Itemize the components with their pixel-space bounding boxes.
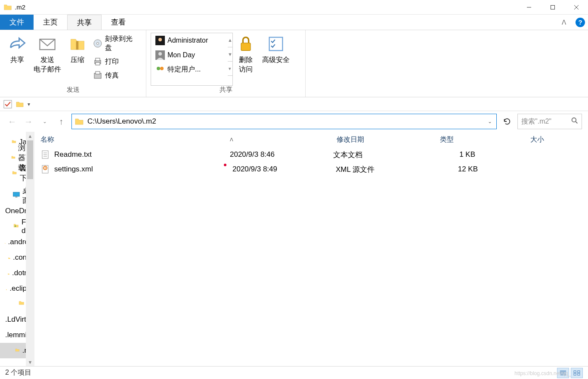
svg-rect-12 xyxy=(96,71,100,74)
folder-icon xyxy=(3,3,12,12)
file-name: Readme.txt xyxy=(54,150,92,159)
nav-tree[interactable]: Java浏览器下载音乐下载桌面OneDriveFri day.android.c… xyxy=(0,132,34,367)
quick-access-dropdown[interactable]: ▾ xyxy=(28,101,30,107)
burn-disc-button[interactable]: 刻录到光盘 xyxy=(90,34,142,53)
address-bar-row: ← → ⌄ ↑ C:\Users\Lenovo\.m2 ⌄ 搜索".m2" xyxy=(0,111,588,132)
folder-icon xyxy=(15,346,20,355)
xml-icon xyxy=(40,165,50,174)
svg-point-22 xyxy=(572,118,576,122)
close-button[interactable] xyxy=(564,0,588,15)
user-icon xyxy=(13,222,19,231)
folder-icon xyxy=(11,153,15,162)
file-date: 2020/9/3 8:49 xyxy=(232,165,336,174)
advanced-security-button[interactable]: 高级安全 xyxy=(259,33,293,86)
search-icon xyxy=(571,117,578,126)
address-path[interactable]: C:\Users\Lenovo\.m2 xyxy=(87,117,483,126)
folder-icon xyxy=(12,137,16,147)
share-button[interactable]: 共享 xyxy=(4,33,30,86)
nav-recent-button[interactable]: ⌄ xyxy=(39,115,51,127)
fax-button[interactable]: 传真 xyxy=(90,70,142,81)
svg-point-32 xyxy=(45,168,46,169)
nav-up-button[interactable]: ↑ xyxy=(55,115,67,127)
svg-point-26 xyxy=(15,226,16,227)
col-size[interactable]: 大小 xyxy=(530,135,582,144)
share-users-list[interactable]: Administrator Mon Day 特定用户... ▲▼▾ xyxy=(151,33,233,86)
collapse-ribbon-button[interactable]: ᐱ xyxy=(555,15,573,30)
print-button[interactable]: 打印 xyxy=(90,56,142,67)
zip-icon xyxy=(68,34,87,53)
sidebar-scrollbar[interactable]: ▲▼ xyxy=(26,132,34,367)
svg-point-16 xyxy=(158,52,162,56)
title-bar: .m2 xyxy=(0,0,588,15)
svg-rect-1 xyxy=(551,5,554,9)
tab-share[interactable]: 共享 xyxy=(67,15,102,30)
svg-rect-5 xyxy=(76,41,79,50)
folder-icon xyxy=(12,168,17,178)
col-name[interactable]: 名称 xyxy=(40,135,230,144)
mail-icon xyxy=(38,34,57,53)
nav-back-button[interactable]: ← xyxy=(6,115,18,127)
fax-icon xyxy=(93,71,102,80)
user-list-scroll[interactable]: ▲▼▾ xyxy=(228,33,232,85)
red-dot-icon xyxy=(224,164,226,166)
svg-rect-9 xyxy=(96,58,100,61)
txt-icon xyxy=(40,150,50,159)
file-type: 文本文档 xyxy=(333,150,424,160)
search-placeholder: 搜索".m2" xyxy=(521,117,551,126)
email-button[interactable]: 发送 电子邮件 xyxy=(30,33,65,86)
desktop-icon xyxy=(12,191,20,200)
svg-rect-36 xyxy=(574,370,576,372)
svg-rect-19 xyxy=(241,43,251,51)
checklist-icon xyxy=(266,34,285,53)
folder-icon xyxy=(19,299,25,309)
refresh-button[interactable] xyxy=(501,115,513,127)
file-size: 1 KB xyxy=(424,150,475,159)
avatar-icon xyxy=(155,36,165,45)
sort-indicator-icon: ᐱ xyxy=(230,137,233,143)
checkbox-icon[interactable] xyxy=(3,100,12,109)
remove-access-button[interactable]: 删除 访问 xyxy=(233,33,259,86)
tab-view[interactable]: 查看 xyxy=(102,15,135,30)
user-row[interactable]: Administrator xyxy=(154,33,228,48)
disc-icon xyxy=(93,39,102,48)
group-label-send: 发送 xyxy=(0,86,146,97)
avatar-icon xyxy=(155,50,165,60)
ribbon-tabs: 文件 主页 共享 查看 ᐱ ? xyxy=(0,15,588,30)
file-name: settings.xml xyxy=(54,165,93,174)
share-arrow-icon xyxy=(8,34,27,53)
folder-icon xyxy=(74,117,84,126)
item-count: 2 个项目 xyxy=(5,368,31,377)
col-type[interactable]: 类型 xyxy=(440,135,530,144)
nav-forward-button[interactable]: → xyxy=(22,115,34,127)
col-date[interactable]: 修改日期 xyxy=(337,135,440,144)
zip-button[interactable]: 压缩 xyxy=(65,33,90,86)
folder-icon[interactable] xyxy=(15,100,24,109)
file-list: 名称 ᐱ 修改日期 类型 大小 Readme.txt2020/9/3 8:46文… xyxy=(34,132,588,367)
ribbon: 共享 发送 电子邮件 压缩 刻录到光盘 打印 传真 发送 Administrat… xyxy=(0,30,588,97)
svg-rect-25 xyxy=(15,197,17,198)
svg-rect-24 xyxy=(13,192,19,196)
file-row[interactable]: Readme.txt2020/9/3 8:46文本文档1 KB xyxy=(34,147,588,162)
column-headers[interactable]: 名称 ᐱ 修改日期 类型 大小 xyxy=(34,132,588,147)
svg-point-17 xyxy=(157,67,160,70)
group-label-share: 共享 xyxy=(146,86,305,97)
maximize-button[interactable] xyxy=(541,0,564,15)
folder-icon xyxy=(8,268,9,278)
address-bar[interactable]: C:\Users\Lenovo\.m2 ⌄ xyxy=(71,114,497,129)
search-input[interactable]: 搜索".m2" xyxy=(517,114,582,129)
file-row[interactable]: settings.xml2020/9/3 8:49XML 源文件12 KB xyxy=(34,162,588,177)
tab-home[interactable]: 主页 xyxy=(34,15,67,30)
folder-icon xyxy=(5,237,6,247)
file-type: XML 源文件 xyxy=(336,165,426,174)
view-icons-button[interactable] xyxy=(571,368,583,378)
user-row[interactable]: 特定用户... xyxy=(154,62,228,77)
minimize-button[interactable] xyxy=(517,0,541,15)
file-size: 12 KB xyxy=(426,165,478,174)
help-button[interactable]: ? xyxy=(573,15,588,30)
user-row[interactable]: Mon Day xyxy=(154,48,228,62)
tab-file[interactable]: 文件 xyxy=(0,15,34,30)
address-dropdown[interactable]: ⌄ xyxy=(486,118,494,124)
svg-point-18 xyxy=(160,67,164,70)
window-title: .m2 xyxy=(15,3,517,11)
file-date: 2020/9/3 8:46 xyxy=(230,150,333,159)
